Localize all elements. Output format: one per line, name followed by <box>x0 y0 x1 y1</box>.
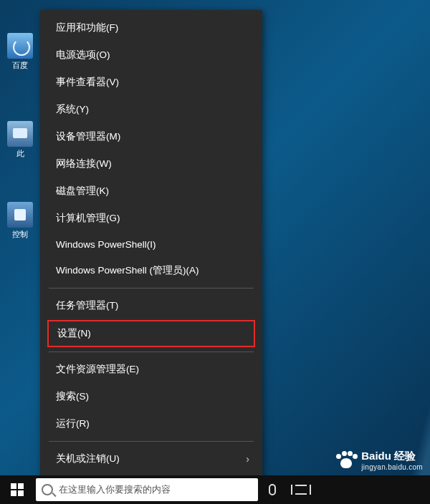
desktop-icon[interactable]: 控制 <box>0 202 40 240</box>
winx-context-menu: 应用和功能(F) 电源选项(O) 事件查看器(V) 系统(Y) 设备管理器(M)… <box>40 10 262 504</box>
menu-separator <box>49 288 254 289</box>
baidu-paw-icon <box>335 451 357 470</box>
watermark-sub: 经验 <box>394 450 416 462</box>
desktop-icon-label: 百度 <box>12 61 28 69</box>
menu-item-apps-features[interactable]: 应用和功能(F) <box>40 14 262 42</box>
menu-item-search[interactable]: 搜索(S) <box>40 383 262 410</box>
menu-item-file-explorer[interactable]: 文件资源管理器(E) <box>40 356 262 383</box>
menu-item-label: 运行(R) <box>56 417 90 430</box>
watermark-url: jingyan.baidu.com <box>361 463 423 471</box>
menu-item-label: 磁盘管理(K) <box>56 185 109 198</box>
menu-item-label: 任务管理器(T) <box>56 299 118 312</box>
watermark-brand: Baidu <box>361 450 391 462</box>
menu-separator <box>49 441 254 442</box>
windows-logo-icon <box>11 483 24 496</box>
taskbar-search-box[interactable]: 在这里输入你要搜索的内容 <box>36 478 258 501</box>
menu-item-label: 文件资源管理器(E) <box>56 363 139 376</box>
taskbar: 在这里输入你要搜索的内容 <box>0 475 430 504</box>
search-icon <box>42 484 53 495</box>
this-pc-icon <box>7 121 33 147</box>
menu-item-device-manager[interactable]: 设备管理器(M) <box>40 123 262 150</box>
desktop-icon[interactable]: 此 <box>0 121 40 159</box>
task-view-button[interactable] <box>287 475 315 504</box>
menu-item-label: 设备管理器(M) <box>56 130 120 143</box>
menu-item-label: 计算机管理(G) <box>56 212 120 225</box>
menu-item-label: 设置(N) <box>57 327 91 340</box>
menu-item-computer-management[interactable]: 计算机管理(G) <box>40 205 262 232</box>
watermark-text: Baidu 经验 jingyan.baidu.com <box>361 450 423 471</box>
menu-item-task-manager[interactable]: 任务管理器(T) <box>40 292 262 319</box>
menu-item-label: 网络连接(W) <box>56 158 112 170</box>
cortana-mic-button[interactable] <box>258 475 287 504</box>
menu-separator <box>49 352 254 352</box>
menu-item-settings[interactable]: 设置(N) <box>47 320 255 347</box>
desktop-icon-label: 此 <box>16 149 24 158</box>
desktop-icons-column: 百度 此 控制 <box>0 0 40 240</box>
task-view-icon <box>294 485 308 495</box>
start-button[interactable] <box>0 475 34 504</box>
menu-item-network-connections[interactable]: 网络连接(W) <box>40 150 262 178</box>
menu-item-label: Windows PowerShell (管理员)(A) <box>56 264 199 277</box>
menu-item-powershell-admin[interactable]: Windows PowerShell (管理员)(A) <box>40 257 262 284</box>
menu-item-run[interactable]: 运行(R) <box>40 410 262 437</box>
menu-item-label: Windows PowerShell(I) <box>56 239 156 250</box>
watermark: Baidu 经验 jingyan.baidu.com <box>335 450 423 471</box>
app-icon <box>7 33 33 59</box>
menu-item-label: 事件查看器(V) <box>56 76 119 89</box>
menu-item-powershell[interactable]: Windows PowerShell(I) <box>40 232 262 257</box>
menu-item-label: 应用和功能(F) <box>56 21 118 34</box>
menu-item-disk-management[interactable]: 磁盘管理(K) <box>40 178 262 205</box>
menu-item-power-options[interactable]: 电源选项(O) <box>40 42 262 69</box>
menu-item-label: 关机或注销(U) <box>56 452 120 465</box>
control-panel-icon <box>7 202 33 228</box>
search-placeholder: 在这里输入你要搜索的内容 <box>59 483 171 496</box>
menu-item-shutdown-signout[interactable]: 关机或注销(U) › <box>40 445 262 472</box>
desktop-icon[interactable]: 百度 <box>0 33 40 71</box>
chevron-right-icon: › <box>246 453 249 465</box>
menu-item-system[interactable]: 系统(Y) <box>40 96 262 123</box>
microphone-icon <box>269 484 276 495</box>
menu-item-label: 系统(Y) <box>56 103 89 116</box>
menu-item-label: 搜索(S) <box>56 390 89 403</box>
menu-item-label: 电源选项(O) <box>56 49 110 62</box>
desktop-icon-label: 控制 <box>12 230 28 238</box>
menu-item-event-viewer[interactable]: 事件查看器(V) <box>40 69 262 96</box>
